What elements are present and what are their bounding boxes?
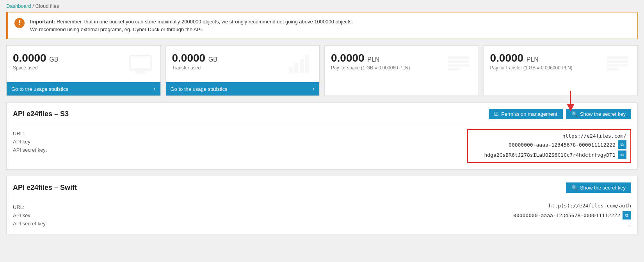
stat-btn-space-arrow: › (153, 85, 155, 92)
alert-text: Important: Remember, that in one bucket … (30, 18, 353, 33)
api-swift-field-labels: URL: API key: API secret key: (13, 203, 52, 227)
api-swift-url-value: http(s)://e24files.com/auth (549, 203, 631, 209)
api-swift-divider (13, 198, 631, 198)
api-s3-key-value-row: 00000000-aaaa-12345678-000011112222 ⧉ (509, 140, 626, 149)
stat-btn-space[interactable]: Go to the usage statistics › (7, 82, 160, 96)
svg-rect-4 (289, 67, 293, 73)
svg-rect-12 (607, 56, 628, 59)
stat-icon-transfer (286, 52, 313, 81)
copy-api-key-button-swift[interactable]: ⧉ (623, 211, 631, 220)
api-swift-url-value-row: http(s)://e24files.com/auth (549, 203, 631, 209)
api-swift-secret-value-row: – (628, 222, 631, 228)
api-s3-key-value: 00000000-aaaa-12345678-000011112222 (509, 142, 616, 148)
stats-row: 0.0000 GB Space used Go to the usage sta… (6, 45, 638, 96)
svg-rect-15 (607, 68, 619, 71)
api-swift-url-label: URL: (13, 204, 52, 210)
api-s3-secret-label: API secret key: (13, 147, 52, 153)
stat-icon-space (127, 52, 154, 81)
svg-rect-9 (448, 60, 469, 63)
api-s3-url-value-row: https://e24files.com/ (562, 133, 626, 139)
stat-card-pay-transfer: 0.0000 PLN Pay for transfer (1 GB = 0.00… (484, 45, 638, 96)
breadcrumb: Dashboard / Cloud files (0, 0, 644, 12)
stat-card-space: 0.0000 GB Space used Go to the usage sta… (6, 45, 161, 96)
stat-btn-space-label: Go to the usage statistics (11, 86, 68, 92)
stat-icon-pay-transfer (604, 52, 631, 81)
api-swift-key-value-row: 00000000-aaaa-12345678-000011112222 ⧉ (513, 211, 631, 220)
permission-icon: ☑ (494, 111, 499, 117)
api-s3-values-box: https://e24files.com/ 00000000-aaaa-1234… (467, 129, 631, 163)
api-s3-url-value: https://e24files.com/ (562, 133, 626, 139)
api-s3-secret-value-row: hdga2CsBR6tJ278sILaUOZS6C1Cc7r4hdctrfvgy… (484, 150, 626, 159)
stat-btn-transfer-arrow: › (313, 85, 315, 92)
red-arrow-annotation (559, 91, 582, 111)
api-swift-secret-value: – (628, 222, 631, 228)
stat-card-transfer: 0.0000 GB Transfer used Go to the usage … (165, 45, 320, 96)
api-swift-key-label: API key: (13, 212, 52, 218)
breadcrumb-current: Cloud files (35, 3, 59, 9)
svg-rect-8 (448, 56, 469, 59)
breadcrumb-dashboard[interactable]: Dashboard (6, 3, 31, 9)
show-secret-key-label-s3: Show the secret key (580, 111, 626, 117)
show-secret-key-label-swift: Show the secret key (580, 185, 626, 191)
svg-rect-14 (607, 64, 628, 67)
svg-rect-13 (607, 60, 628, 63)
api-swift-section: API e24files – Swift 🔍 Show the secret k… (6, 176, 638, 234)
svg-rect-3 (135, 73, 146, 74)
svg-rect-5 (294, 63, 298, 73)
api-s3-divider (13, 124, 631, 124)
api-s3-title: API e24files – S3 (13, 110, 69, 118)
api-s3-key-label: API key: (13, 139, 52, 145)
api-swift-title: API e24files – Swift (13, 184, 77, 192)
alert-icon: ! (14, 18, 25, 28)
api-s3-section: API e24files – S3 ☑ Permission managemen… (6, 102, 638, 170)
stat-icon-pay-space (445, 52, 472, 81)
copy-api-key-button-s3[interactable]: ⧉ (618, 140, 626, 149)
svg-rect-7 (305, 55, 309, 73)
copy-secret-key-button-s3[interactable]: ⧉ (618, 150, 626, 159)
svg-rect-10 (448, 64, 469, 67)
stat-card-pay-space: 0.0000 PLN Pay for space (1 GB = 0.00006… (324, 45, 479, 96)
api-swift-values: http(s)://e24files.com/auth 00000000-aaa… (467, 203, 631, 228)
stat-btn-transfer[interactable]: Go to the usage statistics › (166, 82, 320, 96)
api-s3-secret-value: hdga2CsBR6tJ278sILaUOZS6C1Cc7r4hdctrfvgy… (484, 152, 616, 158)
api-swift-secret-label: API secret key: (13, 221, 52, 227)
permission-management-button[interactable]: ☑ Permission management (489, 109, 563, 119)
search-icon-swift: 🔍 (571, 185, 578, 191)
api-s3-url-label: URL: (13, 131, 52, 136)
api-swift-key-value: 00000000-aaaa-12345678-000011112222 (513, 212, 620, 218)
svg-rect-11 (448, 68, 460, 71)
search-icon-s3: 🔍 (571, 111, 578, 117)
svg-rect-1 (130, 68, 151, 71)
show-secret-key-button-swift[interactable]: 🔍 Show the secret key (566, 182, 631, 193)
api-s3-field-labels: URL: API key: API secret key: (13, 129, 52, 153)
permission-label: Permission management (501, 111, 557, 117)
stat-btn-transfer-label: Go to the usage statistics (171, 86, 228, 92)
alert-box: ! Important: Remember, that in one bucke… (6, 12, 638, 39)
svg-rect-6 (300, 59, 304, 73)
svg-rect-2 (137, 71, 144, 73)
